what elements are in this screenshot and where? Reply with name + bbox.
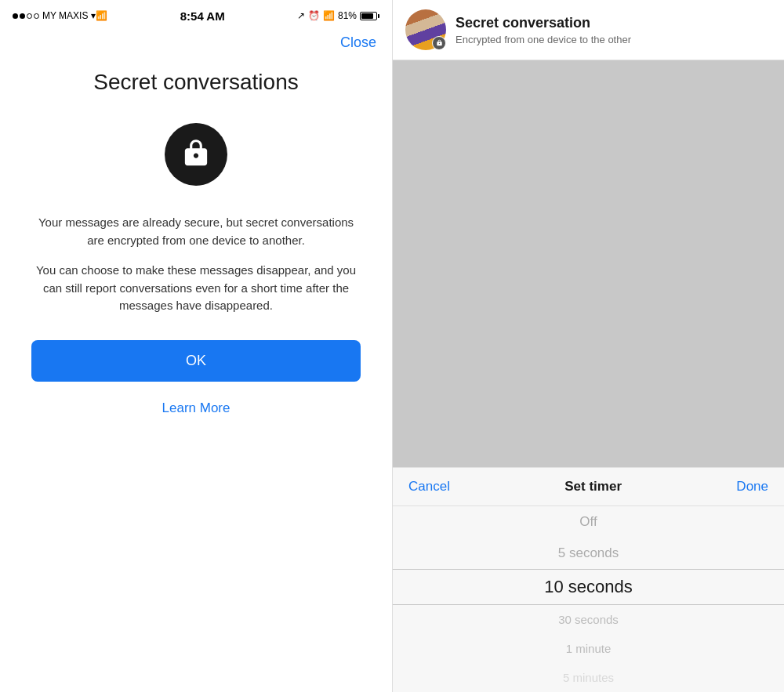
timer-done-button[interactable]: Done bbox=[736, 479, 768, 495]
timer-cancel-button[interactable]: Cancel bbox=[408, 479, 450, 495]
timer-header: Cancel Set timer Done bbox=[393, 467, 784, 506]
timer-option-5m[interactable]: 5 minutes bbox=[393, 663, 784, 692]
signal-dot-2 bbox=[20, 13, 25, 19]
status-right: ↗ ⏰ 📶 81% bbox=[297, 10, 379, 21]
learn-more-link[interactable]: Learn More bbox=[162, 400, 230, 416]
left-panel: MY MAXIS ▾📶 8:54 AM ↗ ⏰ 📶 81% Close Secr… bbox=[0, 0, 392, 692]
page-title: Secret conversations bbox=[93, 70, 298, 95]
conversation-subtitle: Encrypted from one device to the other bbox=[456, 34, 771, 45]
conversation-title: Secret conversation bbox=[456, 15, 771, 31]
close-row: Close bbox=[0, 28, 392, 54]
avatar-container bbox=[405, 9, 446, 50]
signal-dot-1 bbox=[13, 13, 18, 19]
timer-picker: Off 5 seconds 10 seconds 30 seconds 1 mi… bbox=[393, 506, 784, 692]
signal-dot-4 bbox=[34, 13, 39, 19]
status-time: 8:54 AM bbox=[180, 9, 225, 23]
battery-fill bbox=[361, 13, 373, 19]
description-text-2: You can choose to make these messages di… bbox=[31, 262, 361, 315]
close-button[interactable]: Close bbox=[340, 34, 376, 51]
battery-percent: 81% bbox=[338, 10, 357, 21]
timer-option-10s[interactable]: 10 seconds bbox=[393, 569, 784, 605]
timer-option-5m-label: 5 minutes bbox=[563, 671, 614, 684]
timer-option-30s[interactable]: 30 seconds bbox=[393, 605, 784, 634]
timer-title-label: Set timer bbox=[564, 479, 622, 495]
description-text-1: Your messages are already secure, but se… bbox=[31, 214, 361, 249]
lock-badge-icon bbox=[436, 39, 443, 47]
timer-area: Cancel Set timer Done Off 5 seconds 10 s… bbox=[393, 467, 784, 692]
conversation-header: Secret conversation Encrypted from one d… bbox=[393, 0, 784, 60]
timer-option-off[interactable]: Off bbox=[393, 506, 784, 538]
timer-option-5s-label: 5 seconds bbox=[558, 545, 619, 560]
left-content: Secret conversations Your messages are a… bbox=[0, 54, 392, 692]
lock-badge bbox=[432, 36, 446, 50]
battery-tip bbox=[378, 14, 379, 18]
ok-button[interactable]: OK bbox=[31, 340, 361, 382]
wifi-icon: ▾📶 bbox=[91, 10, 107, 21]
battery-indicator bbox=[360, 12, 379, 20]
battery-body bbox=[360, 12, 377, 20]
location-icon: ↗ bbox=[297, 10, 305, 21]
alarm-icon: ⏰ bbox=[308, 10, 320, 21]
conversation-info: Secret conversation Encrypted from one d… bbox=[456, 15, 771, 45]
carrier-label: MY MAXIS bbox=[42, 10, 88, 21]
lock-icon-container bbox=[165, 123, 227, 186]
status-left: MY MAXIS ▾📶 bbox=[13, 10, 107, 21]
chat-area bbox=[393, 60, 784, 467]
status-bar: MY MAXIS ▾📶 8:54 AM ↗ ⏰ 📶 81% bbox=[0, 0, 392, 28]
timer-option-1m[interactable]: 1 minute bbox=[393, 634, 784, 663]
timer-option-30s-label: 30 seconds bbox=[558, 613, 619, 626]
lock-icon bbox=[181, 137, 211, 172]
timer-option-5s[interactable]: 5 seconds bbox=[393, 538, 784, 569]
right-panel: Secret conversation Encrypted from one d… bbox=[392, 0, 784, 692]
signal-dot-3 bbox=[27, 13, 32, 19]
timer-option-off-label: Off bbox=[579, 514, 597, 529]
timer-option-10s-label: 10 seconds bbox=[544, 577, 633, 596]
bluetooth-icon: 📶 bbox=[323, 10, 335, 21]
timer-option-1m-label: 1 minute bbox=[566, 642, 612, 655]
signal-strength bbox=[13, 13, 39, 19]
